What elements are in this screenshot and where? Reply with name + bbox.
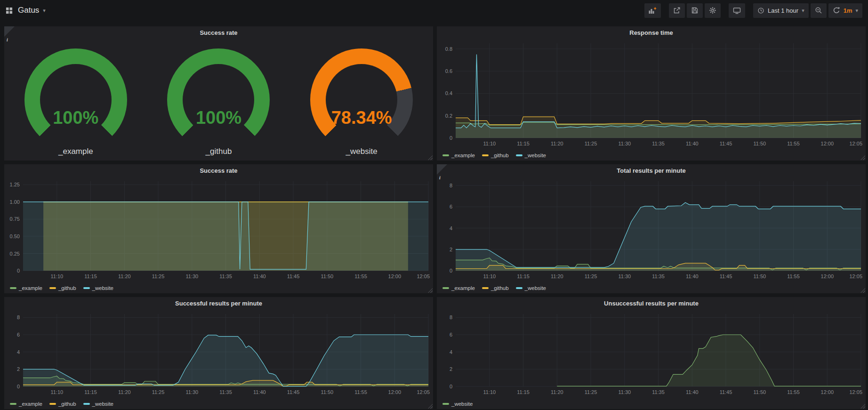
- svg-text:11:20: 11:20: [118, 389, 131, 395]
- svg-text:11:50: 11:50: [321, 273, 333, 279]
- legend-marker: [442, 403, 449, 405]
- svg-text:11:35: 11:35: [652, 141, 665, 146]
- panel-success-rate-gauges: i Success rate 100% _example 100% _githu…: [4, 26, 433, 161]
- svg-text:1.25: 1.25: [10, 182, 20, 187]
- svg-text:0: 0: [17, 268, 20, 273]
- legend-label: _example: [19, 401, 42, 407]
- svg-text:8: 8: [450, 314, 452, 320]
- info-corner-icon[interactable]: i: [437, 164, 447, 175]
- legend-item-_github[interactable]: _github: [49, 285, 76, 291]
- svg-text:11:50: 11:50: [753, 141, 766, 146]
- legend-label: _github: [58, 401, 76, 407]
- unsuccessful-results-chart[interactable]: 0246811:1011:1511:2011:2511:3011:3511:40…: [439, 310, 864, 397]
- legend-item-_example[interactable]: _example: [442, 285, 475, 291]
- gauge-github[interactable]: 100% _github: [167, 48, 270, 156]
- svg-text:6: 6: [17, 332, 20, 338]
- settings-button[interactable]: [705, 3, 721, 18]
- share-button[interactable]: [669, 3, 685, 18]
- zoom-out-button[interactable]: [811, 3, 827, 18]
- time-range-picker[interactable]: Last 1 hour ▾: [753, 3, 809, 18]
- resize-handle[interactable]: [428, 404, 433, 409]
- info-corner-icon[interactable]: i: [4, 26, 15, 37]
- svg-text:11:30: 11:30: [618, 141, 631, 146]
- svg-text:11:55: 11:55: [787, 141, 800, 146]
- legend-item-_website[interactable]: _website: [516, 285, 546, 291]
- tv-mode-button[interactable]: [729, 3, 745, 18]
- svg-text:4: 4: [450, 225, 452, 231]
- refresh-interval-dropdown[interactable]: 1m: [844, 7, 852, 14]
- refresh-icon[interactable]: [833, 7, 840, 14]
- gauges-body: 100% _example 100% _github 78.34% _websi…: [4, 39, 433, 161]
- gauge-website[interactable]: 78.34% _website: [310, 48, 413, 156]
- svg-text:8: 8: [17, 314, 20, 320]
- series-area-_website: [23, 335, 428, 386]
- panel-unsuccessful-results: Unsuccessful results per minute 0246811:…: [437, 297, 866, 409]
- legend-item-_github[interactable]: _github: [482, 153, 509, 158]
- resize-handle[interactable]: [860, 155, 865, 160]
- svg-text:11:50: 11:50: [753, 273, 766, 279]
- chart-svg: 00.250.500.751.001.2511:1011:1511:2011:2…: [6, 177, 431, 281]
- svg-text:0.6: 0.6: [445, 68, 452, 74]
- svg-text:12:00: 12:00: [388, 389, 402, 395]
- svg-text:12:05: 12:05: [849, 273, 862, 279]
- panel-title[interactable]: Successful results per minute: [4, 297, 433, 310]
- legend-item-_website[interactable]: _website: [83, 401, 113, 407]
- svg-text:0: 0: [450, 268, 452, 273]
- svg-text:11:55: 11:55: [354, 273, 367, 279]
- resize-handle[interactable]: [428, 288, 433, 293]
- svg-text:11:20: 11:20: [551, 273, 563, 279]
- svg-text:0: 0: [450, 135, 452, 141]
- series-area-_website: [557, 335, 861, 386]
- save-button[interactable]: [687, 3, 703, 18]
- panel-title[interactable]: Response time: [437, 26, 866, 39]
- svg-text:11:45: 11:45: [720, 273, 732, 279]
- legend-item-_github[interactable]: _github: [482, 285, 509, 291]
- legend-label: _example: [451, 285, 475, 291]
- panel-success-rate-series: Success rate 00.250.500.751.001.2511:101…: [4, 164, 433, 293]
- panel-title[interactable]: Total results per minute: [437, 164, 866, 177]
- svg-text:11:15: 11:15: [84, 389, 97, 395]
- legend-label: _website: [525, 153, 546, 158]
- svg-text:12:00: 12:00: [821, 141, 834, 146]
- chevron-down-icon: ▾: [43, 8, 46, 13]
- navbar: Gatus ▾: [0, 0, 868, 21]
- successful-results-chart[interactable]: 0246811:1011:1511:2011:2511:3011:3511:40…: [6, 310, 431, 397]
- legend-item-_website[interactable]: _website: [516, 153, 546, 158]
- gauge-example[interactable]: 100% _example: [24, 48, 127, 156]
- svg-text:11:20: 11:20: [551, 389, 563, 395]
- panel-title[interactable]: Success rate: [4, 26, 433, 39]
- svg-text:2: 2: [450, 366, 452, 372]
- resize-handle[interactable]: [860, 288, 865, 293]
- legend-item-_example[interactable]: _example: [10, 401, 42, 407]
- total-results-chart[interactable]: 0246811:1011:1511:2011:2511:3011:3511:40…: [439, 177, 864, 281]
- series-area-_website: [456, 202, 861, 271]
- legend-item-_example[interactable]: _example: [10, 285, 42, 291]
- panel-title[interactable]: Success rate: [4, 164, 433, 177]
- response-time-chart[interactable]: 00.20.40.60.811:1011:1511:2011:2511:3011…: [439, 39, 864, 148]
- svg-text:0.4: 0.4: [445, 90, 452, 96]
- refresh-controls[interactable]: 1m ▾: [828, 3, 862, 18]
- svg-text:4: 4: [450, 349, 452, 355]
- legend-item-_website[interactable]: _website: [83, 285, 113, 291]
- dashboard-title: Gatus: [18, 6, 39, 15]
- legend-label: _website: [92, 401, 113, 407]
- add-panel-button[interactable]: [644, 3, 661, 18]
- success-rate-chart[interactable]: 00.250.500.751.001.2511:1011:1511:2011:2…: [6, 177, 431, 281]
- legend-item-_example[interactable]: _example: [442, 153, 475, 158]
- svg-text:0: 0: [17, 384, 20, 389]
- svg-text:11:20: 11:20: [551, 141, 563, 146]
- legend-item-_website[interactable]: _website: [442, 401, 473, 407]
- svg-text:11:35: 11:35: [219, 389, 232, 395]
- svg-text:11:10: 11:10: [50, 389, 63, 395]
- apps-grid-icon[interactable]: [6, 7, 13, 14]
- legend-marker: [442, 154, 449, 156]
- panel-title[interactable]: Unsuccessful results per minute: [437, 297, 866, 310]
- legend-marker: [10, 403, 16, 405]
- legend-marker: [49, 403, 56, 405]
- dashboard-title-dropdown[interactable]: Gatus ▾: [18, 6, 46, 15]
- resize-handle[interactable]: [860, 404, 865, 409]
- svg-text:12:00: 12:00: [388, 273, 402, 279]
- legend-item-_github[interactable]: _github: [49, 401, 76, 407]
- gauge-value: 78.34%: [310, 108, 413, 128]
- legend-label: _website: [92, 285, 113, 291]
